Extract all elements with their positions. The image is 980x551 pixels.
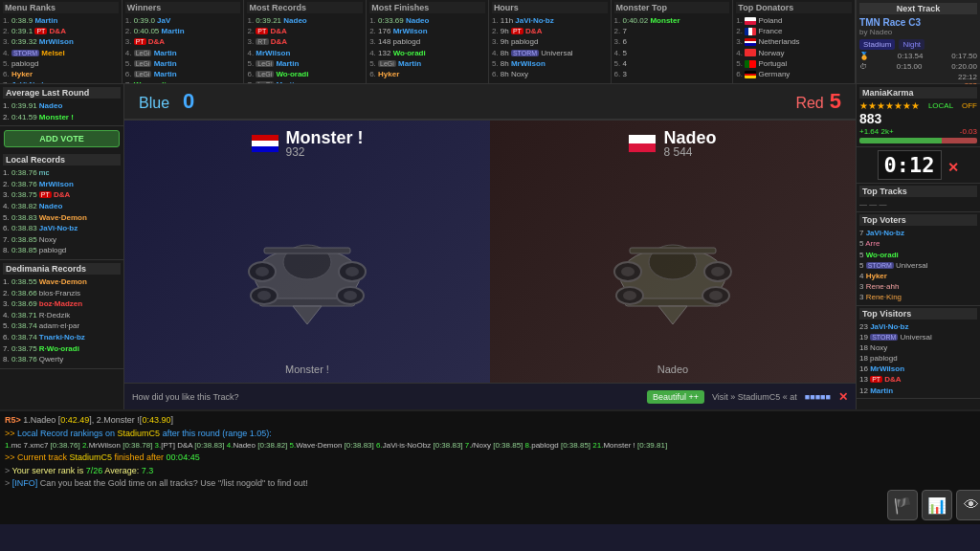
avg-last-round-title: Average Last Round: [3, 87, 121, 99]
graph-icon-btn[interactable]: 📊: [922, 490, 952, 520]
red-player-header: Nadeo 8 544: [629, 128, 716, 159]
svg-point-19: [709, 291, 723, 300]
top-panel-title-monster: Monster Top: [614, 2, 730, 13]
round-timer: 0:12: [878, 150, 942, 180]
next-track-name: TMN Race C3: [859, 17, 977, 28]
add-vote-btn[interactable]: ADD VOTE: [4, 130, 120, 147]
top-panel-menu-ranks: Menu Ranks 1. 0:38.9 Martin 2. 0:39.1 PT…: [0, 0, 122, 83]
red-car-svg: [601, 186, 745, 339]
top-panel-title-donators: Top Donators: [736, 2, 852, 13]
next-track-icon-night: Night: [899, 39, 924, 50]
blue-player-label-bottom: Monster !: [285, 364, 329, 375]
karma-bar-positive: [859, 138, 942, 143]
blue-player-side: Monster ! 932: [124, 121, 490, 383]
next-track-panel: Next Track TMN Race C3 by Nadeo Stadium …: [856, 0, 980, 83]
top-bar: Menu Ranks 1. 0:38.9 Martin 2. 0:39.1 PT…: [0, 0, 980, 84]
red-player-side: Nadeo 8 544: [490, 121, 856, 383]
next-track-icon-stadium: Stadium: [859, 39, 895, 50]
score-bar: Blue 0 Red 5: [124, 84, 856, 121]
karma-stars: ★★★★★★★: [859, 100, 920, 111]
dedimania-records-panel: Dedimania Records 1. 0:38.55 Wave·Demon …: [0, 260, 123, 369]
local-records-title: Local Records: [3, 154, 121, 165]
karma-plus: +1.64 2k+: [859, 127, 894, 136]
bottom-right-icons: 🏴 📊 👁: [894, 411, 980, 524]
next-track-title: Next Track: [859, 3, 977, 14]
svg-rect-15: [630, 248, 716, 253]
timer-panel: 0:12 ✕: [857, 147, 980, 184]
blue-car-container: [132, 164, 482, 360]
svg-point-5: [257, 291, 271, 300]
karma-bar: [859, 138, 977, 143]
poll-server-name: ■■■■■: [805, 392, 831, 402]
top-panel-title-hours: Hours: [492, 2, 608, 13]
red-player-label-bottom: Nadeo: [657, 364, 688, 375]
top-panel-most-records: Most Records 1. 0:39.21 Nadeo 2. PT D&A …: [244, 0, 367, 83]
svg-point-17: [623, 291, 636, 300]
red-car-container: [498, 164, 848, 360]
middle-section: Average Last Round 1. 0:39.91 Nadeo 2. 0…: [0, 84, 980, 409]
top-panel-winners: Winners 1. 0:39.0 JaV 2. 0:40.05 Martin …: [122, 0, 245, 83]
poll-close-btn[interactable]: ✕: [838, 390, 848, 404]
chat-row-6: > [INFO] Can you beat the Gold time on a…: [5, 477, 889, 491]
karma-bar-negative: [942, 138, 977, 143]
top-visitors-title: Top Visitors: [859, 308, 977, 320]
dedimania-records-title: Dedimania Records: [3, 263, 121, 275]
flag-poland: [629, 135, 656, 152]
add-vote-container: ADD VOTE: [0, 126, 123, 151]
blue-score: 0: [183, 89, 194, 114]
blue-score-area: Blue 0: [139, 89, 194, 114]
top-tracks-title: Top Tracks: [859, 186, 977, 197]
svg-point-21: [621, 267, 635, 276]
karma-minus: -0.03: [960, 127, 977, 136]
poll-visit-text: Visit » StadiumC5 « at: [712, 392, 797, 402]
chat-row-1: R5> 1.Nadeo [0:42.49], 2.Monster ![0:43.…: [5, 414, 889, 428]
chat-row-2: >> Local Record rankings on StadiumC5 af…: [5, 428, 889, 441]
left-sidebar: Average Last Round 1. 0:39.91 Nadeo 2. 0…: [0, 84, 124, 409]
poll-bar: How did you like this Track? Beautiful +…: [124, 383, 856, 409]
bottom-area: R5> 1.Nadeo [0:42.49], 2.Monster ![0:43.…: [0, 409, 980, 524]
top-panel-title-most-finishes: Most Finishes: [369, 2, 485, 13]
red-score: 5: [830, 89, 841, 114]
blue-label: Blue: [139, 95, 169, 112]
top-panel-most-finishes: Most Finishes 1. 0:33.69 Nadeo 2. 176 Mr…: [367, 0, 489, 83]
eye-icon-btn[interactable]: 👁: [956, 490, 980, 520]
maniakarma-panel: ManiaKarma ★★★★★★★ LOCAL OFF 883 +1.64 2…: [857, 84, 980, 147]
top-panel-monster: Monster Top 1. 0:40.02 Monster 2. 7 3. 6…: [612, 0, 734, 83]
blue-player-header: Monster ! 932: [252, 128, 364, 159]
red-score-area: Red 5: [788, 89, 841, 114]
chat-row-4: >> Current track StadiumC5 finished afte…: [5, 452, 889, 465]
chat-row-3: 1.mc 7.xmc7 [0:38.76] 2.MrWilson [0:38.7…: [5, 440, 889, 452]
main-game-area: Blue 0 Red 5 Monster ! 932: [124, 84, 856, 409]
poll-question: How did you like this Track?: [132, 392, 639, 402]
top-panel-hours: Hours 1. 11h JaVi·No·bz 2. 9h PT D&A 3. …: [489, 0, 612, 83]
timer-x-icon: ✕: [947, 160, 959, 175]
karma-diff-label: OFF: [962, 101, 977, 110]
chat-row-5: > Your server rank is 7/26 Average: 7.3: [5, 465, 889, 478]
next-track-times: 🏅 0:13.54 0:17.50: [859, 52, 977, 60]
svg-rect-3: [264, 248, 350, 253]
players-area: Monster ! 932: [124, 121, 856, 383]
poll-beautiful-btn[interactable]: Beautiful ++: [647, 390, 704, 404]
flag-netherlands: [252, 135, 278, 152]
top-panel-title-menu-ranks: Menu Ranks: [3, 2, 119, 13]
next-track-author: by Nadeo: [859, 28, 977, 36]
flag-icon-btn[interactable]: 🏴: [887, 490, 918, 520]
red-label: Red: [795, 95, 823, 112]
svg-point-9: [256, 267, 269, 276]
top-panel-title-winners: Winners: [125, 2, 241, 13]
top-panel-title-most-records: Most Records: [247, 2, 363, 13]
maniakarma-title: ManiaKarma: [859, 87, 977, 99]
top-voters-panel: Top Voters 7 JaVi·No·bz 5 Arre 5 Wo·orad…: [857, 212, 980, 305]
top-tracks-panel: Top Tracks — — —: [857, 184, 980, 212]
blue-car-svg: [235, 186, 379, 339]
chat-panel: R5> 1.Nadeo [0:42.49], 2.Monster ![0:43.…: [0, 411, 894, 524]
svg-point-11: [345, 267, 359, 276]
avg-last-round-panel: Average Last Round 1. 0:39.91 Nadeo 2. 0…: [0, 84, 123, 126]
local-records-panel: Local Records 1. 0:38.76 mc 2. 0:38.76 M…: [0, 151, 123, 260]
karma-local-label: LOCAL: [928, 101, 953, 110]
svg-point-7: [344, 291, 357, 300]
top-visitors-panel: Top Visitors 23 JaVi·No·bz 19 STORM Univ…: [857, 306, 980, 399]
svg-point-23: [711, 267, 724, 276]
top-panel-donators: Top Donators 1. Poland 2. France 3. Neth…: [733, 0, 856, 83]
right-sidebar: ManiaKarma ★★★★★★★ LOCAL OFF 883 +1.64 2…: [856, 84, 980, 409]
